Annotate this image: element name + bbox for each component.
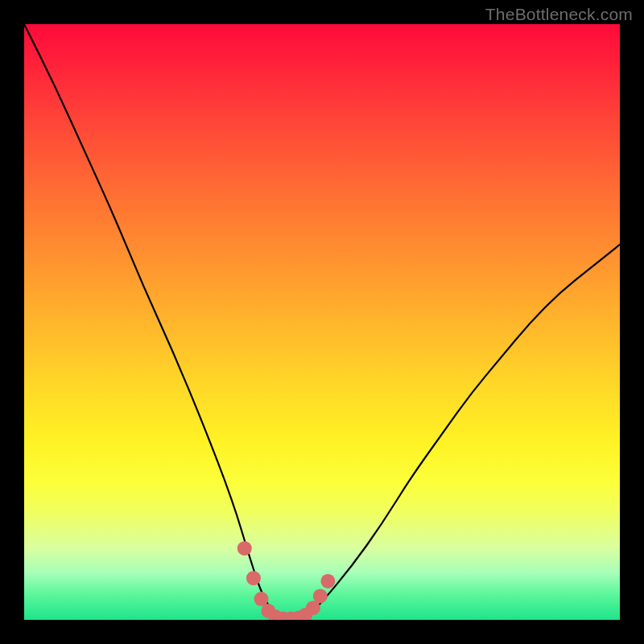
curve-svg xyxy=(24,24,620,620)
trough-dot xyxy=(237,541,252,555)
bottleneck-curve xyxy=(24,24,620,620)
watermark-text: TheBottleneck.com xyxy=(485,5,633,24)
trough-dot xyxy=(320,574,335,588)
trough-dots xyxy=(237,541,336,620)
plot-area xyxy=(24,24,620,620)
trough-dot xyxy=(246,571,261,585)
chart-frame: TheBottleneck.com xyxy=(0,0,644,644)
trough-dot xyxy=(313,588,328,603)
